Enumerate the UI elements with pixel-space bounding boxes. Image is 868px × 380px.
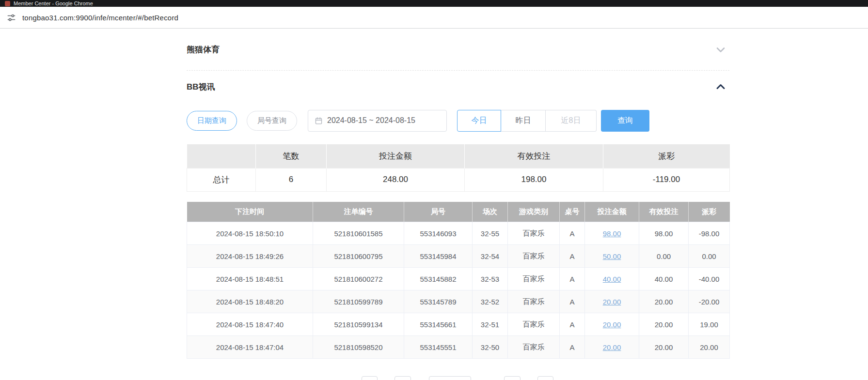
cell-table-no: A xyxy=(560,222,585,245)
cell-game-type: 百家乐 xyxy=(508,245,560,268)
search-button[interactable]: 查询 xyxy=(601,110,649,132)
table-row: 2024-08-15 18:47:40 521810599134 5531456… xyxy=(187,313,730,336)
cell-bet-amount: 40.00 xyxy=(585,268,639,290)
section-bb-title: BB视讯 xyxy=(187,81,215,92)
cell-valid-bet: 0.00 xyxy=(639,245,689,268)
cell-payout: 19.00 xyxy=(689,313,730,336)
cell-round-no: 553145984 xyxy=(404,245,473,268)
header-payout: 派彩 xyxy=(689,202,730,222)
chevron-down-icon[interactable] xyxy=(715,44,729,56)
pagination-jump-button[interactable] xyxy=(537,376,553,380)
date-range-input[interactable]: 2024-08-15 ~ 2024-08-15 xyxy=(308,110,447,132)
table-row: 2024-08-15 18:48:51 521810600272 5531458… xyxy=(187,268,730,290)
cell-order-no: 521810600272 xyxy=(313,268,404,290)
bet-amount-link[interactable]: 50.00 xyxy=(603,252,621,260)
cell-order-no: 521810600795 xyxy=(313,245,404,268)
cell-table-no: A xyxy=(560,313,585,336)
summary-total-label: 总计 xyxy=(187,168,256,191)
cell-bet-time: 2024-08-15 18:50:10 xyxy=(187,222,313,245)
section-panda-sports[interactable]: 熊猫体育 xyxy=(187,29,729,71)
summary-total-row: 总计 6 248.00 198.00 -119.00 xyxy=(187,168,730,191)
cell-payout: 20.00 xyxy=(689,336,730,359)
chevron-up-icon[interactable] xyxy=(715,81,729,92)
table-row: 2024-08-15 18:50:10 521810601585 5531460… xyxy=(187,222,730,245)
cell-bet-amount: 98.00 xyxy=(585,222,639,245)
cell-table-no: A xyxy=(560,336,585,359)
cell-valid-bet: 20.00 xyxy=(639,336,689,359)
cell-session: 32-52 xyxy=(473,290,508,313)
header-game-type: 游戏类别 xyxy=(508,202,560,222)
summary-header-bet-amount: 投注金额 xyxy=(327,144,465,168)
cell-game-type: 百家乐 xyxy=(508,313,560,336)
pagination-size-select[interactable] xyxy=(429,376,471,380)
cell-table-no: A xyxy=(560,245,585,268)
summary-header-payout: 派彩 xyxy=(603,144,730,168)
cell-bet-amount: 20.00 xyxy=(585,290,639,313)
summary-header-blank xyxy=(187,144,256,168)
bet-amount-link[interactable]: 20.00 xyxy=(603,298,621,306)
bet-record-page: 熊猫体育 BB视讯 日期查询 局号查询 xyxy=(0,29,868,380)
cell-round-no: 553145661 xyxy=(404,313,473,336)
summary-header-count: 笔数 xyxy=(256,144,327,168)
summary-table: 笔数 投注金额 有效投注 派彩 总计 6 248.00 198.00 -119.… xyxy=(187,144,730,192)
yesterday-button[interactable]: 昨日 xyxy=(501,110,546,132)
cell-bet-time: 2024-08-15 18:48:20 xyxy=(187,290,313,313)
cell-session: 32-54 xyxy=(473,245,508,268)
cell-valid-bet: 20.00 xyxy=(639,290,689,313)
cell-bet-amount: 20.00 xyxy=(585,313,639,336)
cell-bet-time: 2024-08-15 18:47:04 xyxy=(187,336,313,359)
cell-bet-time: 2024-08-15 18:47:40 xyxy=(187,313,313,336)
window-title: Member Center - Google Chrome xyxy=(14,0,93,7)
cell-round-no: 553145882 xyxy=(404,268,473,290)
today-button[interactable]: 今日 xyxy=(457,110,501,132)
cell-bet-time: 2024-08-15 18:48:51 xyxy=(187,268,313,290)
url-text[interactable]: tongbao31.com:9900/infe/mcenter/#/betRec… xyxy=(22,14,178,22)
cell-valid-bet: 40.00 xyxy=(639,268,689,290)
cell-session: 32-53 xyxy=(473,268,508,290)
cell-game-type: 百家乐 xyxy=(508,290,560,313)
pagination-prev-button[interactable] xyxy=(362,376,378,380)
bet-amount-link[interactable]: 40.00 xyxy=(603,275,621,283)
cell-bet-time: 2024-08-15 18:49:26 xyxy=(187,245,313,268)
quick-range-group: 今日 昨日 近8日 xyxy=(457,110,597,132)
header-round-no: 局号 xyxy=(404,202,473,222)
cell-round-no: 553146093 xyxy=(404,222,473,245)
bet-amount-link[interactable]: 20.00 xyxy=(603,343,621,351)
pagination-next-button[interactable] xyxy=(504,376,521,380)
content-container: 熊猫体育 BB视讯 日期查询 局号查询 xyxy=(187,29,729,380)
cell-round-no: 553145789 xyxy=(404,290,473,313)
detail-header-row: 下注时间 注单编号 局号 场次 游戏类别 桌号 投注金额 有效投注 派彩 xyxy=(187,202,730,222)
cell-session: 32-50 xyxy=(473,336,508,359)
summary-header-valid-bet: 有效投注 xyxy=(465,144,603,168)
header-bet-amount: 投注金额 xyxy=(585,202,639,222)
last-8-days-button[interactable]: 近8日 xyxy=(546,110,597,132)
cell-valid-bet: 20.00 xyxy=(639,313,689,336)
cell-session: 32-51 xyxy=(473,313,508,336)
summary-bet-amount-value: 248.00 xyxy=(327,168,465,191)
calendar-icon xyxy=(315,117,323,125)
cell-payout: 0.00 xyxy=(689,245,730,268)
cell-payout: -98.00 xyxy=(689,222,730,245)
site-info-icon[interactable] xyxy=(7,13,16,22)
cell-game-type: 百家乐 xyxy=(508,268,560,290)
section-panda-title: 熊猫体育 xyxy=(187,44,220,55)
cell-game-type: 百家乐 xyxy=(508,222,560,245)
bet-amount-link[interactable]: 98.00 xyxy=(603,229,621,238)
section-bb-video[interactable]: BB视讯 xyxy=(187,71,729,103)
summary-valid-bet-value: 198.00 xyxy=(465,168,603,191)
cell-payout: -20.00 xyxy=(689,290,730,313)
summary-count-value: 6 xyxy=(256,168,327,191)
round-query-button[interactable]: 局号查询 xyxy=(247,111,297,131)
cell-table-no: A xyxy=(560,290,585,313)
window-favicon xyxy=(5,1,10,6)
address-bar[interactable]: tongbao31.com:9900/infe/mcenter/#/betRec… xyxy=(0,7,868,29)
date-query-button[interactable]: 日期查询 xyxy=(187,111,237,131)
filter-row: 日期查询 局号查询 2024-08-15 ~ 2024-08-15 今日 昨日 … xyxy=(187,109,729,132)
header-session: 场次 xyxy=(473,202,508,222)
summary-header-row: 笔数 投注金额 有效投注 派彩 xyxy=(187,144,730,168)
pagination-page-button[interactable] xyxy=(395,376,411,380)
summary-payout-value: -119.00 xyxy=(603,168,730,191)
cell-round-no: 553145551 xyxy=(404,336,473,359)
cell-game-type: 百家乐 xyxy=(508,336,560,359)
bet-amount-link[interactable]: 20.00 xyxy=(603,320,621,329)
